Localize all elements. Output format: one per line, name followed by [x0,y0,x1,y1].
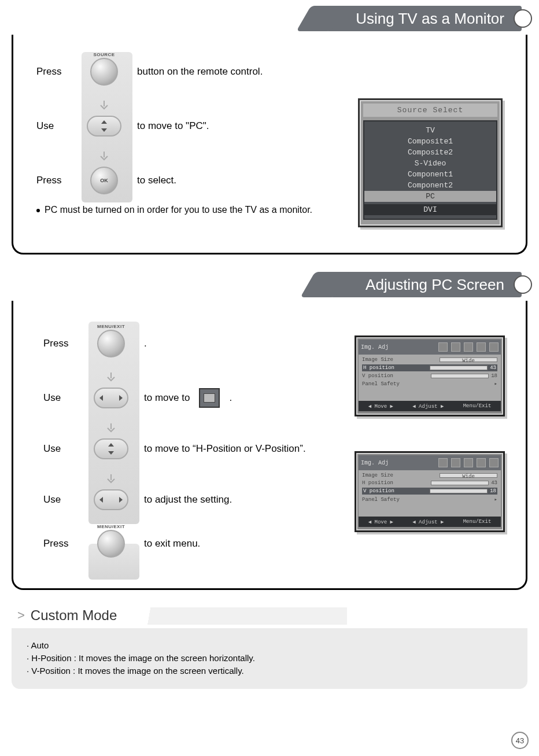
header-dot-icon [514,275,532,294]
header-title-1: Using TV as a Monitor [356,10,504,28]
step-label: Use [43,392,78,404]
osd-img-adj-1: Img. AdjImage SizeWideH position43V posi… [355,335,505,416]
header-tab-2: Adjusting PC Screen [331,272,522,297]
step-after: to exit menu. [144,538,200,550]
panel-2: Press . Use to move to . Use to move to … [12,301,527,590]
page-number: 43 [511,732,529,749]
step-after: to select. [137,175,176,186]
step-label: Use [43,494,78,506]
step-label: Press [43,338,78,349]
osd-source-list: TVComposite1Composite2S-VideoComponent1C… [363,120,497,220]
step-label: Use [43,443,78,455]
osd-source-item: Component1 [364,169,496,180]
step-label: Press [36,175,71,186]
osd-img-adj-2: Img. AdjImage SizeWideH position43V posi… [355,451,505,532]
step-after-b: . [229,392,232,404]
up-down-button-icon [94,438,128,459]
step-label: Use [36,120,71,132]
up-down-button-icon [87,116,121,137]
custom-line-3: V-Position : It moves the image on the s… [27,666,516,676]
arrow-down-icon [105,421,117,435]
section-header-2: Adjusting PC Screen [0,272,539,301]
custom-mode-box: Auto H-Position : It moves the image on … [12,628,527,689]
step-label: Press [36,66,71,78]
left-right-button-icon [94,489,128,510]
osd-source-item: Component2 [364,180,496,191]
ok-button-icon [90,167,118,194]
left-right-button-icon [94,388,128,408]
osd-source-select: Source Select TVComposite1Composite2S-Vi… [358,98,503,227]
step-after: button on the remote control. [137,66,263,78]
osd-source-item: Composite1 [364,136,496,147]
step-after: to move to "PC". [137,120,209,132]
source-button-icon [90,58,118,86]
bullet-icon [36,209,40,212]
custom-mode-title: Custom Mode [31,607,117,624]
img-adj-icon [199,388,220,408]
note-text: PC must be turned on in order for you to… [45,205,312,215]
step-1-1: Press button on the remote control. [36,58,508,86]
menu-exit-button-icon [97,330,125,357]
chevron-right-icon: > [17,608,25,623]
arrow-down-icon [105,472,117,486]
osd-title: Source Select [363,104,497,117]
step-after: to move to “H-Position or V-Position”. [144,443,306,455]
osd-source-item: PC [364,191,496,202]
header-decoration [139,607,347,625]
step-after-a: to move to [144,392,190,404]
osd-source-item: S-Video [364,158,496,169]
osd-source-item: DVI [364,204,496,215]
step-2-5: Press to exit menu. [43,530,508,558]
custom-mode-header: > Custom Mode [17,607,539,624]
header-dot-icon [514,9,532,28]
step-after: to adjust the setting. [144,494,232,506]
osd-source-item: Composite2 [364,147,496,158]
section-header-1: Using TV as a Monitor [0,6,539,35]
arrow-down-icon [105,370,117,384]
custom-line-2: H-Position : It moves the image on the s… [27,653,516,663]
step-after: . [144,338,147,349]
arrow-down-icon [98,149,110,163]
header-title-2: Adjusting PC Screen [366,276,504,294]
custom-line-1: Auto [27,640,516,650]
header-tab-1: Using TV as a Monitor [327,6,522,31]
step-label: Press [43,538,78,550]
panel-1: Press button on the remote control. Use … [12,35,527,255]
arrow-down-icon [98,98,110,112]
menu-exit-button-icon [97,530,125,558]
osd-source-item: TV [364,125,496,136]
